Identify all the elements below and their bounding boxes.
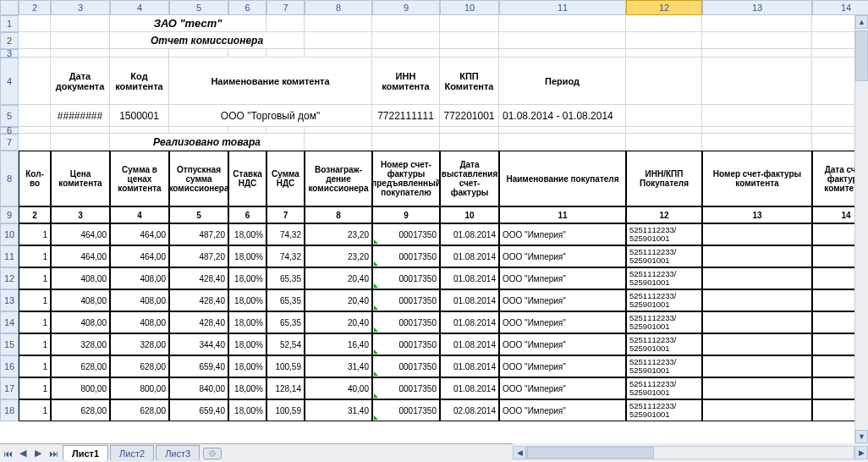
cell-reward[interactable]: 23,20 — [305, 223, 372, 245]
row-header[interactable]: 12 — [0, 267, 19, 289]
row-header[interactable]: 11 — [0, 245, 19, 267]
cell-price[interactable]: 328,00 — [51, 333, 110, 355]
scroll-left-icon[interactable]: ◀ — [513, 446, 526, 459]
row-header[interactable]: 4 — [0, 58, 19, 105]
row-header[interactable]: 3 — [0, 49, 19, 58]
cell-sum[interactable]: 408,00 — [110, 289, 169, 311]
sheet-tab[interactable]: Лист2 — [110, 445, 154, 461]
cell-vat-rate[interactable]: 18,00% — [228, 399, 266, 421]
column-header[interactable]: 13 — [702, 0, 812, 15]
cell-release-sum[interactable]: 487,20 — [169, 245, 228, 267]
row-header[interactable]: 15 — [0, 333, 19, 355]
cell-qty[interactable]: 1 — [19, 399, 51, 421]
cell-qty[interactable]: 1 — [19, 289, 51, 311]
cell-reward[interactable]: 31,40 — [305, 399, 372, 421]
cell-sf-date[interactable]: 01.08.2014 — [440, 311, 499, 333]
row-header[interactable]: 2 — [0, 32, 19, 49]
cell-sf-num[interactable]: 00017350 — [372, 355, 440, 377]
cell-vat-sum[interactable]: 65,35 — [266, 289, 305, 311]
cell-buyer-inn[interactable]: 5251112233/ 525901001 — [626, 311, 702, 333]
cell-sum[interactable]: 408,00 — [110, 267, 169, 289]
cell-sf-kom-num[interactable] — [702, 399, 812, 421]
cell-sf-num[interactable]: 00017350 — [372, 333, 440, 355]
cell-buyer[interactable]: ООО "Империя" — [499, 223, 626, 245]
cell-qty[interactable]: 1 — [19, 311, 51, 333]
cell-release-sum[interactable]: 659,40 — [169, 355, 228, 377]
cell-sf-date[interactable]: 02.08.2014 — [440, 399, 499, 421]
row-header[interactable]: 7 — [0, 134, 19, 151]
cell-buyer[interactable]: ООО "Империя" — [499, 377, 626, 399]
row-header[interactable]: 18 — [0, 399, 19, 421]
nav-next-icon[interactable]: ▶ — [31, 447, 45, 460]
cell-sum[interactable]: 628,00 — [110, 355, 169, 377]
row-header[interactable]: 8 — [0, 151, 19, 206]
cell-qty[interactable]: 1 — [19, 377, 51, 399]
cell-buyer-inn[interactable]: 5251112233/ 525901001 — [626, 377, 702, 399]
cell-sf-kom-num[interactable] — [702, 267, 812, 289]
row-header[interactable]: 1 — [0, 15, 19, 32]
row-header[interactable]: 5 — [0, 105, 19, 127]
cell-sf-num[interactable]: 00017350 — [372, 377, 440, 399]
column-header[interactable]: 10 — [440, 0, 499, 15]
cell-buyer-inn[interactable]: 5251112233/ 525901001 — [626, 355, 702, 377]
nav-prev-icon[interactable]: ◀ — [16, 447, 30, 460]
column-header[interactable]: 11 — [499, 0, 626, 15]
cell-reward[interactable]: 40,00 — [305, 377, 372, 399]
cell-sf-num[interactable]: 00017350 — [372, 399, 440, 421]
cell-reward[interactable]: 20,40 — [305, 311, 372, 333]
cell-buyer[interactable]: ООО "Империя" — [499, 289, 626, 311]
cell-price[interactable]: 464,00 — [51, 245, 110, 267]
cell-vat-sum[interactable]: 74,32 — [266, 223, 305, 245]
cell-sf-date[interactable]: 01.08.2014 — [440, 289, 499, 311]
scroll-right-icon[interactable]: ▶ — [854, 446, 868, 459]
cell-vat-sum[interactable]: 100,59 — [266, 399, 305, 421]
cell-buyer-inn[interactable]: 5251112233/ 525901001 — [626, 223, 702, 245]
cell-sum[interactable]: 328,00 — [110, 333, 169, 355]
cell-buyer[interactable]: ООО "Империя" — [499, 245, 626, 267]
cell-sum[interactable]: 628,00 — [110, 399, 169, 421]
cell-sf-date[interactable]: 01.08.2014 — [440, 245, 499, 267]
cell-sf-date[interactable]: 01.08.2014 — [440, 377, 499, 399]
cell-reward[interactable]: 16,40 — [305, 333, 372, 355]
row-header[interactable]: 9 — [0, 206, 19, 223]
cell-sf-num[interactable]: 00017350 — [372, 311, 440, 333]
column-header[interactable]: 7 — [266, 0, 305, 15]
cell-price[interactable]: 464,00 — [51, 223, 110, 245]
cell-vat-sum[interactable]: 65,35 — [266, 267, 305, 289]
cell-vat-sum[interactable]: 74,32 — [266, 245, 305, 267]
column-header[interactable]: 8 — [305, 0, 372, 15]
column-header[interactable]: 4 — [110, 0, 169, 15]
cell-release-sum[interactable]: 344,40 — [169, 333, 228, 355]
cell-buyer[interactable]: ООО "Империя" — [499, 267, 626, 289]
sheet-tab[interactable]: Лист1 — [63, 445, 108, 461]
cell-vat-rate[interactable]: 18,00% — [228, 223, 266, 245]
row-header[interactable]: 13 — [0, 289, 19, 311]
cell-vat-rate[interactable]: 18,00% — [228, 355, 266, 377]
cell-price[interactable]: 628,00 — [51, 355, 110, 377]
cell-release-sum[interactable]: 487,20 — [169, 223, 228, 245]
cell-sum[interactable]: 408,00 — [110, 311, 169, 333]
row-header[interactable]: 17 — [0, 377, 19, 399]
cell-sf-kom-num[interactable] — [702, 223, 812, 245]
cell-sf-kom-num[interactable] — [702, 355, 812, 377]
cell-vat-sum[interactable]: 52,54 — [266, 333, 305, 355]
cell-qty[interactable]: 1 — [19, 245, 51, 267]
column-header[interactable]: 6 — [228, 0, 266, 15]
cell-sf-num[interactable]: 00017350 — [372, 223, 440, 245]
cell-qty[interactable]: 1 — [19, 333, 51, 355]
cell-qty[interactable]: 1 — [19, 223, 51, 245]
cell-reward[interactable]: 20,40 — [305, 267, 372, 289]
cell-sf-date[interactable]: 01.08.2014 — [440, 333, 499, 355]
nav-first-icon[interactable]: ⏮ — [1, 447, 14, 460]
column-header[interactable]: 3 — [51, 0, 110, 15]
row-header[interactable]: 10 — [0, 223, 19, 245]
scroll-down-icon[interactable]: ▼ — [855, 430, 868, 443]
cell-sum[interactable]: 464,00 — [110, 245, 169, 267]
cell-buyer-inn[interactable]: 5251112233/ 525901001 — [626, 399, 702, 421]
nav-last-icon[interactable]: ⏭ — [47, 447, 60, 460]
cell-price[interactable]: 800,00 — [51, 377, 110, 399]
cell-buyer-inn[interactable]: 5251112233/ 525901001 — [626, 289, 702, 311]
cell-sf-date[interactable]: 01.08.2014 — [440, 355, 499, 377]
scrollbar-vertical[interactable]: ▲ ▼ — [854, 15, 868, 443]
cell-vat-rate[interactable]: 18,00% — [228, 245, 266, 267]
